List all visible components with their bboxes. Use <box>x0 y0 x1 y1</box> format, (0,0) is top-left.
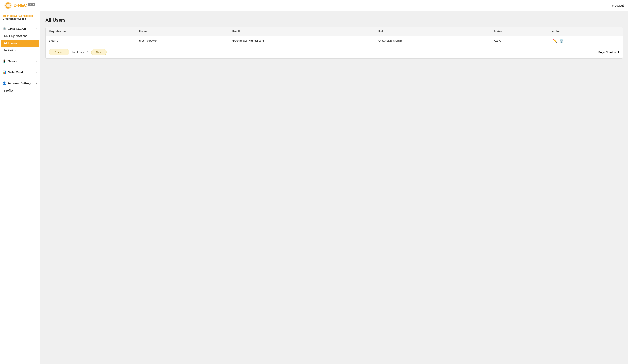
svg-point-2 <box>7 2 9 3</box>
chevron-up-icon-account: ▲ <box>35 82 37 85</box>
sidebar-role: OrganizationAdmin <box>2 17 37 20</box>
sidebar-item-my-organizations[interactable]: My Organizations <box>0 32 40 40</box>
device-icon: 📱 <box>2 60 6 63</box>
col-action: Action <box>549 27 623 36</box>
next-button[interactable]: Next <box>91 49 107 56</box>
logo-icon <box>4 2 12 9</box>
chevron-down-icon: ▼ <box>35 60 37 63</box>
table-scroll: Organization Name Email Role Status Acti… <box>46 27 623 46</box>
account-icon: 👤 <box>2 81 6 85</box>
sidebar-user: greenppower@gmail.com OrganizationAdmin <box>0 11 40 23</box>
meterread-label: MeterRead <box>8 70 35 74</box>
col-organization: Organization <box>46 27 136 36</box>
sidebar-section-header-meterread[interactable]: 📊 MeterRead ▼ <box>0 68 40 76</box>
delete-button[interactable]: 🗑️ <box>558 38 564 43</box>
layout: greenppower@gmail.com OrganizationAdmin … <box>0 11 628 364</box>
sidebar-item-invitation[interactable]: Invitation <box>0 47 40 54</box>
sidebar-section-account-setting: 👤 Account Setting ▲ Profile <box>0 78 40 96</box>
pagination-row: Previous Total Pages:1 Next Page Number:… <box>46 46 623 59</box>
organization-label: Organization <box>8 27 35 30</box>
cell-email: greenppower@gmail.com <box>229 36 375 46</box>
col-email: Email <box>229 27 375 36</box>
logo: D-RECBETA <box>4 2 35 9</box>
page-number: Page Number: 1 <box>598 51 619 54</box>
svg-point-7 <box>9 3 11 4</box>
organization-icon: 🏢 <box>2 27 6 30</box>
table-head: Organization Name Email Role Status Acti… <box>46 27 623 36</box>
sidebar-section-device: 📱 Device ▼ <box>0 56 40 67</box>
device-label: Device <box>8 60 35 63</box>
navbar: D-RECBETA ⎋ Logout <box>0 0 628 11</box>
logout-icon: ⎋ <box>612 4 613 7</box>
chevron-down-icon-meterread: ▼ <box>35 71 37 74</box>
logo-text: D-RECBETA <box>13 3 35 8</box>
col-name: Name <box>136 27 229 36</box>
table-header-row: Organization Name Email Role Status Acti… <box>46 27 623 36</box>
col-status: Status <box>490 27 549 36</box>
svg-point-8 <box>6 7 7 8</box>
sidebar-email: greenppower@gmail.com <box>2 14 37 17</box>
users-table: Organization Name Email Role Status Acti… <box>46 27 623 46</box>
users-table-card: Organization Name Email Role Status Acti… <box>45 27 623 59</box>
cell-role: OrganizationAdmin <box>375 36 490 46</box>
svg-point-6 <box>6 3 7 4</box>
sidebar-item-all-users[interactable]: All Users <box>1 40 39 47</box>
page-title: All Users <box>45 17 623 23</box>
sidebar-section-organization: 🏢 Organization ▲ My Organizations All Us… <box>0 23 40 56</box>
table-body: green p green p power greenppower@gmail.… <box>46 36 623 46</box>
cell-action: ✏️ 🗑️ <box>549 36 623 46</box>
chevron-up-icon: ▲ <box>35 27 37 30</box>
table-row: green p green p power greenppower@gmail.… <box>46 36 623 46</box>
main-content: All Users Organization Name Email Role S… <box>40 11 628 364</box>
svg-point-9 <box>9 7 11 8</box>
previous-button[interactable]: Previous <box>49 49 70 56</box>
sidebar-item-profile[interactable]: Profile <box>0 87 40 94</box>
col-role: Role <box>375 27 490 36</box>
svg-point-4 <box>5 5 6 6</box>
sidebar-section-meterread: 📊 MeterRead ▼ <box>0 67 40 78</box>
account-label: Account Setting <box>8 81 35 85</box>
sidebar-section-header-organization[interactable]: 🏢 Organization ▲ <box>0 25 40 32</box>
svg-point-3 <box>7 8 9 9</box>
cell-name: green p power <box>136 36 229 46</box>
sidebar-section-header-device[interactable]: 📱 Device ▼ <box>0 57 40 65</box>
sidebar: greenppower@gmail.com OrganizationAdmin … <box>0 11 40 364</box>
logout-button[interactable]: ⎋ Logout <box>612 4 624 7</box>
svg-point-5 <box>10 5 11 6</box>
sidebar-section-header-account[interactable]: 👤 Account Setting ▲ <box>0 79 40 87</box>
meterread-icon: 📊 <box>2 70 6 74</box>
cell-status: Active <box>490 36 549 46</box>
total-pages: Total Pages:1 <box>72 51 89 54</box>
edit-button[interactable]: ✏️ <box>552 38 558 43</box>
cell-organization: green p <box>46 36 136 46</box>
